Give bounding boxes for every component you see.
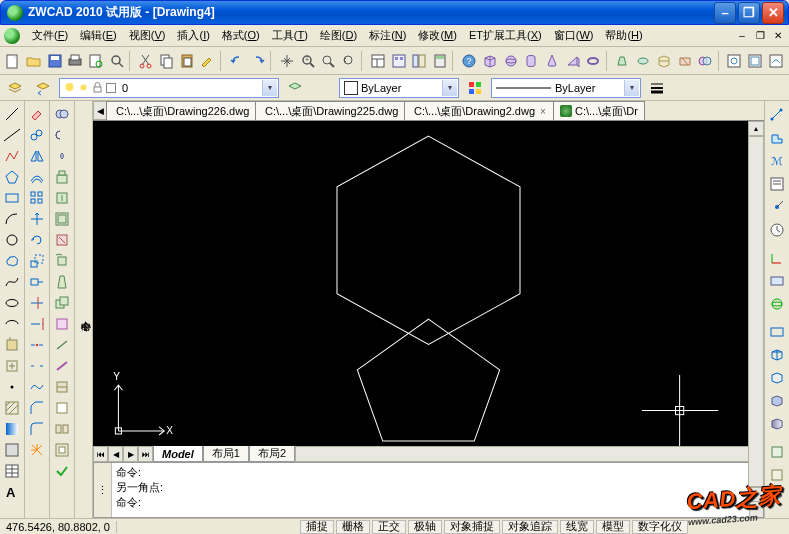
command-input[interactable]: 命令: 另一角点: 命令: <box>112 463 749 517</box>
print-preview-icon[interactable] <box>87 50 106 72</box>
hatch-icon[interactable] <box>1 398 23 418</box>
separate-icon[interactable] <box>51 419 73 439</box>
move-face-icon[interactable] <box>51 188 73 208</box>
revcloud-icon[interactable] <box>1 251 23 271</box>
offset-face-icon[interactable] <box>51 209 73 229</box>
copy-edge-icon[interactable] <box>51 335 73 355</box>
layer-manager-icon[interactable] <box>4 77 26 99</box>
trim-icon[interactable] <box>26 293 48 313</box>
line-icon[interactable] <box>1 104 23 124</box>
gouraud-icon[interactable] <box>766 413 788 435</box>
zoom-realtime-icon[interactable]: + <box>298 50 317 72</box>
chevron-down-icon[interactable]: ▾ <box>624 80 639 96</box>
layer-previous-icon[interactable] <box>32 77 54 99</box>
join-icon[interactable] <box>26 377 48 397</box>
redo-icon[interactable] <box>248 50 267 72</box>
tab-nav-prev[interactable]: ◀ <box>93 101 107 120</box>
delete-face-icon[interactable] <box>51 230 73 250</box>
gradient-icon[interactable] <box>1 419 23 439</box>
help-icon[interactable]: ? <box>460 50 479 72</box>
new-icon[interactable] <box>4 50 23 72</box>
doc-tab-1[interactable]: C:\...\桌面\Drawing225.dwg× <box>255 101 405 120</box>
status-ortho[interactable]: 正交 <box>372 520 406 534</box>
setup-drawing-icon[interactable] <box>725 50 744 72</box>
canvas[interactable]: Y X <box>93 121 764 446</box>
top-view-icon[interactable] <box>766 441 788 463</box>
layout-nav-last[interactable]: ⏭ <box>138 446 153 462</box>
break-icon[interactable] <box>26 356 48 376</box>
torus-icon[interactable] <box>584 50 603 72</box>
erase-icon[interactable] <box>26 104 48 124</box>
status-snap[interactable]: 捕捉 <box>300 520 334 534</box>
extend-icon[interactable] <box>26 314 48 334</box>
zoom-previous-icon[interactable] <box>340 50 359 72</box>
rectangle-icon[interactable] <box>1 188 23 208</box>
menu-tools[interactable]: 工具(T) <box>266 26 314 45</box>
cmd-grip-icon[interactable]: ⋮ <box>94 463 112 517</box>
menu-modify[interactable]: 修改(M) <box>412 26 463 45</box>
time-icon[interactable] <box>766 219 788 241</box>
color-face-icon[interactable] <box>51 314 73 334</box>
stretch-icon[interactable] <box>26 272 48 292</box>
chevron-down-icon[interactable]: ▾ <box>442 80 457 96</box>
chamfer-icon[interactable] <box>26 398 48 418</box>
setup-view-icon[interactable] <box>746 50 765 72</box>
sphere-icon[interactable] <box>501 50 520 72</box>
layout-nav-prev[interactable]: ◀ <box>108 446 123 462</box>
dist-icon[interactable] <box>766 104 788 126</box>
calculator-icon[interactable] <box>431 50 450 72</box>
cone-icon[interactable] <box>543 50 562 72</box>
2d-wireframe-icon[interactable] <box>766 321 788 343</box>
table-icon[interactable] <box>1 461 23 481</box>
interfere-icon[interactable] <box>696 50 715 72</box>
shell-icon[interactable] <box>51 440 73 460</box>
menu-format[interactable]: 格式(O) <box>216 26 266 45</box>
3d-wireframe-icon[interactable] <box>766 344 788 366</box>
print-icon[interactable] <box>66 50 85 72</box>
layer-combo[interactable]: 0 ▾ <box>59 78 279 98</box>
move-icon[interactable] <box>26 209 48 229</box>
extrude-face-icon[interactable] <box>51 167 73 187</box>
open-icon[interactable] <box>25 50 44 72</box>
status-model[interactable]: 模型 <box>596 520 630 534</box>
copy-face-icon[interactable] <box>51 293 73 313</box>
design-center-icon[interactable] <box>389 50 408 72</box>
mtext-icon[interactable]: A <box>1 482 23 502</box>
box-icon[interactable] <box>480 50 499 72</box>
cut-icon[interactable] <box>137 50 156 72</box>
chevron-down-icon[interactable]: ▾ <box>262 80 277 96</box>
status-grid[interactable]: 栅格 <box>336 520 370 534</box>
menu-insert[interactable]: 插入(I) <box>171 26 215 45</box>
doc-tab-3[interactable]: C:\...\桌面\Dr <box>553 101 645 120</box>
extrude-icon[interactable] <box>613 50 632 72</box>
menu-dimension[interactable]: 标注(N) <box>363 26 412 45</box>
point-icon[interactable] <box>1 377 23 397</box>
pan-icon[interactable] <box>277 50 296 72</box>
layout-tab-1[interactable]: 布局1 <box>203 446 249 462</box>
revolve-icon[interactable] <box>634 50 653 72</box>
3dorbit-icon[interactable] <box>766 293 788 315</box>
rotate-face-icon[interactable] <box>51 251 73 271</box>
wedge-icon[interactable] <box>563 50 582 72</box>
region-mass-icon[interactable]: ℳ <box>766 150 788 172</box>
layout-nav-first[interactable]: ⏮ <box>93 446 108 462</box>
block-insert-icon[interactable] <box>1 335 23 355</box>
list-icon[interactable] <box>766 173 788 195</box>
union-icon[interactable] <box>51 104 73 124</box>
menu-file[interactable]: 文件(F) <box>26 26 74 45</box>
ucs-icon[interactable] <box>766 247 788 269</box>
vertical-scrollbar[interactable]: ▴ ▾ <box>748 121 764 502</box>
cylinder-icon[interactable] <box>522 50 541 72</box>
circle-icon[interactable] <box>1 230 23 250</box>
mdi-restore-button[interactable]: ❐ <box>753 29 767 43</box>
status-lwt[interactable]: 线宽 <box>560 520 594 534</box>
taper-face-icon[interactable] <box>51 272 73 292</box>
ellipse-arc-icon[interactable] <box>1 314 23 334</box>
status-otrack[interactable]: 对象追踪 <box>502 520 558 534</box>
slice-icon[interactable] <box>654 50 673 72</box>
zoom-window-icon[interactable] <box>319 50 338 72</box>
menu-view[interactable]: 视图(V) <box>123 26 172 45</box>
color-edge-icon[interactable] <box>51 356 73 376</box>
explode-icon[interactable] <box>26 440 48 460</box>
color-settings-icon[interactable] <box>464 77 486 99</box>
